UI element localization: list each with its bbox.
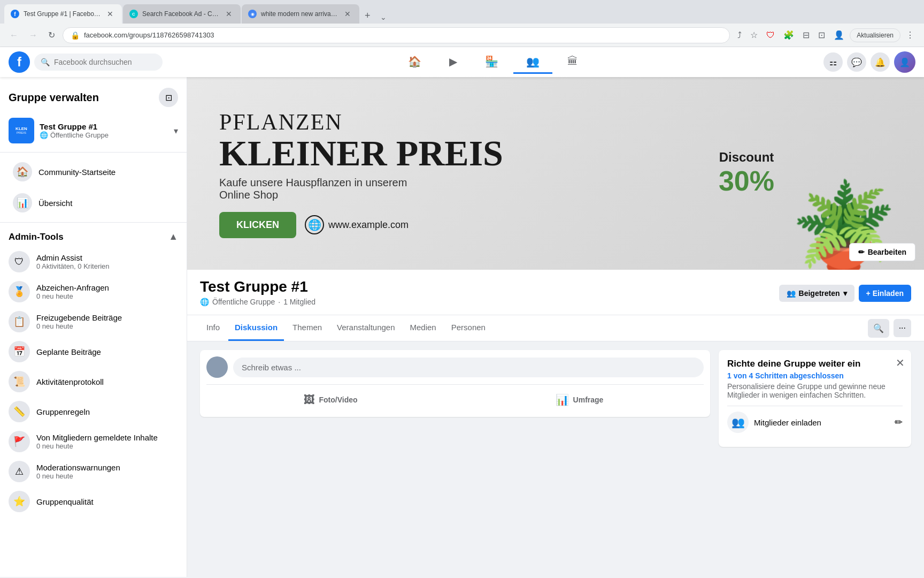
discount-value: 30% xyxy=(719,165,774,197)
sidebar-toggle-button[interactable]: ⊟ xyxy=(799,27,813,43)
sidebar-header: Gruppe verwalten ⊡ xyxy=(0,83,187,113)
tab-1-close[interactable]: ✕ xyxy=(105,9,116,19)
notifications-icon[interactable]: 🔔 xyxy=(871,52,890,72)
abzeichen-item[interactable]: 🏅 Abzeichen-Anfragen 0 neu heute xyxy=(0,277,187,307)
tab-3-close[interactable]: ✕ xyxy=(342,9,353,19)
reload-button[interactable]: ↻ xyxy=(45,28,58,42)
discount-box: Discount 30% xyxy=(719,150,774,197)
lock-icon: 🔒 xyxy=(71,31,80,40)
back-button[interactable]: ← xyxy=(6,28,21,42)
chevron-down-icon[interactable]: ▾ xyxy=(174,126,178,136)
overview-label: Übersicht xyxy=(38,199,72,208)
profile-button[interactable]: 👤 xyxy=(830,27,848,43)
cover-edit-button[interactable]: ✏ Bearbeiten xyxy=(849,243,915,261)
browser-tab-3[interactable]: ◉ white modern new arrival watc... ✕ xyxy=(242,4,359,24)
group-type: 🌐 Öffentliche Gruppe xyxy=(40,131,168,139)
joined-button[interactable]: 👥 Beigetreten ▾ xyxy=(779,285,854,302)
group-meta: 🌐 Öffentliche Gruppe · 1 Mitglied xyxy=(200,298,315,306)
sidebar-group-item[interactable]: KLEN PREIS Test Gruppe #1 🌐 Öffentliche … xyxy=(0,113,187,148)
moderations-sub: 0 neu heute xyxy=(36,472,120,480)
gruppenqualitaet-item[interactable]: ⭐ Gruppenqualität xyxy=(0,486,187,516)
tab-medien[interactable]: Medien xyxy=(404,315,443,341)
user-post-avatar xyxy=(206,356,228,378)
url-input[interactable] xyxy=(84,31,722,39)
messenger-icon[interactable]: 💬 xyxy=(847,52,866,72)
nav-marketplace[interactable]: 🏪 xyxy=(472,51,511,74)
tab-personen[interactable]: Personen xyxy=(445,315,492,341)
nav-groups[interactable]: 👥 xyxy=(513,51,552,74)
forward-button[interactable]: → xyxy=(26,28,41,42)
bookmark-button[interactable]: ☆ xyxy=(747,27,761,43)
header-right: ⚏ 💬 🔔 👤 xyxy=(823,51,915,73)
tab-themen[interactable]: Themen xyxy=(286,315,328,341)
freizugeben-item[interactable]: 📋 Freizugebende Beiträge 0 neu heute xyxy=(0,307,187,337)
setup-close-button[interactable]: ✕ xyxy=(896,356,905,369)
browser-chrome: f Test Gruppe #1 | Facebook ✕ C Search F… xyxy=(0,0,924,47)
sidebar-nav-community[interactable]: 🏠 Community-Startseite xyxy=(4,157,182,187)
tab-3-label: white modern new arrival watc... xyxy=(261,10,338,18)
invite-button[interactable]: + Einladen xyxy=(859,285,911,302)
browser-tab-1[interactable]: f Test Gruppe #1 | Facebook ✕ xyxy=(4,4,122,24)
sidebar-nav-overview[interactable]: 📊 Übersicht xyxy=(4,188,182,218)
tabs-right-actions: 🔍 ··· xyxy=(868,319,911,338)
new-tab-button[interactable]: + xyxy=(360,8,375,24)
tab-search-button[interactable]: 🔍 xyxy=(868,319,889,338)
search-input[interactable] xyxy=(54,58,150,66)
gruppenregeln-item[interactable]: 📏 Gruppenregeln xyxy=(0,397,187,427)
extension-1-button[interactable]: 🛡 xyxy=(763,27,778,43)
post-input[interactable]: Schreib etwas ... xyxy=(233,358,704,377)
tab-veranstaltungen[interactable]: Veranstaltungen xyxy=(330,315,401,341)
aktivitaeten-item[interactable]: 📜 Aktivitätenprotokoll xyxy=(0,367,187,397)
aktualisieren-button[interactable]: Aktualisieren xyxy=(850,28,900,42)
split-view-button[interactable]: ⊡ xyxy=(815,27,828,43)
nav-gaming[interactable]: 🏛 xyxy=(555,51,591,74)
public-globe-icon: 🌐 xyxy=(200,298,209,306)
sidebar-title: Gruppe verwalten xyxy=(9,92,99,104)
browser-tab-2[interactable]: C Search Facebook Ad - Canva ✕ xyxy=(123,4,241,24)
admin-section-toggle[interactable]: ▲ xyxy=(168,231,178,242)
tab-more-button[interactable]: ··· xyxy=(894,319,911,337)
admin-assist-item[interactable]: 🛡 Admin Assist 0 Aktivitäten, 0 Kriterie… xyxy=(0,247,187,277)
tab-2-close[interactable]: ✕ xyxy=(224,9,234,19)
nav-video[interactable]: ▶ xyxy=(436,51,470,74)
geplante-item[interactable]: 📅 Geplante Beiträge xyxy=(0,337,187,367)
extension-2-button[interactable]: 🧩 xyxy=(780,27,797,43)
user-avatar[interactable]: 👤 xyxy=(894,51,915,73)
tab-diskussion[interactable]: Diskussion xyxy=(228,315,284,341)
meta-separator: · xyxy=(278,298,280,306)
admin-assist-label: Admin Assist xyxy=(36,253,110,262)
abzeichen-label: Abzeichen-Anfragen xyxy=(36,283,109,292)
cover-plant-image: 🪴 xyxy=(780,77,908,270)
tab-1-label: Test Gruppe #1 | Facebook xyxy=(24,10,101,18)
freizugeben-icon: 📋 xyxy=(9,311,30,332)
moderations-icon: ⚠ xyxy=(9,461,30,482)
facebook-logo[interactable]: f xyxy=(9,51,30,73)
apps-icon[interactable]: ⚏ xyxy=(823,52,843,72)
address-bar[interactable]: 🔒 xyxy=(63,27,730,43)
menu-button[interactable]: ⋮ xyxy=(903,27,918,43)
tab-dropdown-button[interactable]: ⌄ xyxy=(376,11,391,24)
setup-edit-icon: ✏ xyxy=(895,416,903,428)
umfrage-button[interactable]: 📊 Umfrage xyxy=(455,389,704,410)
tab-info[interactable]: Info xyxy=(200,315,226,341)
app-container: f 🔍 🏠 ▶ 🏪 👥 🏛 ⚏ 💬 🔔 👤 Gruppe verwalten ⊡ xyxy=(0,47,924,577)
group-header: Test Gruppe #1 🌐 Öffentliche Gruppe · 1 … xyxy=(187,270,924,315)
setup-invite-item[interactable]: 👥 Mitglieder einladen ✏ xyxy=(727,406,903,438)
share-button[interactable]: ⤴ xyxy=(734,27,745,43)
other-favicon: ◉ xyxy=(248,10,257,18)
gemeldete-item[interactable]: 🚩 Von Mitgliedern gemeldete Inhalte 0 ne… xyxy=(0,427,187,457)
moderations-item[interactable]: ⚠ Moderationswarnungen 0 neu heute xyxy=(0,457,187,486)
photo-video-icon: 🖼 xyxy=(304,394,314,406)
content-area: Schreib etwas ... 🖼 Foto/Video 📊 Umfrage xyxy=(187,341,924,455)
klicken-button[interactable]: KLICKEN xyxy=(219,212,296,238)
geplante-info: Geplante Beiträge xyxy=(36,347,101,356)
search-container[interactable]: 🔍 xyxy=(34,54,163,71)
sidebar-toggle-btn[interactable]: ⊡ xyxy=(159,88,178,107)
photo-video-label: Foto/Video xyxy=(319,396,357,404)
gemeldete-label: Von Mitgliedern gemeldete Inhalte xyxy=(36,433,158,442)
post-input-row: Schreib etwas ... xyxy=(206,356,704,378)
nav-home[interactable]: 🏠 xyxy=(395,51,434,74)
photo-video-button[interactable]: 🖼 Foto/Video xyxy=(206,389,455,410)
abzeichen-info: Abzeichen-Anfragen 0 neu heute xyxy=(36,283,109,300)
browser-tabs: f Test Gruppe #1 | Facebook ✕ C Search F… xyxy=(0,0,924,24)
